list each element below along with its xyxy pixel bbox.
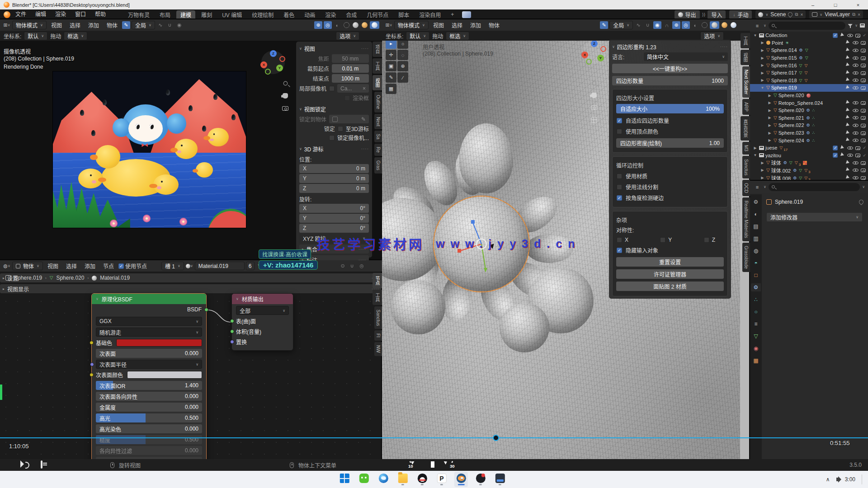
visibility-icon[interactable] xyxy=(853,115,859,121)
distribution-dropdown[interactable]: GGX∨ xyxy=(96,317,202,326)
measure-tool[interactable]: ∕ xyxy=(397,72,408,83)
displacement-socket[interactable] xyxy=(230,340,234,344)
workspace-tab[interactable]: 合成 xyxy=(342,10,361,19)
surface-socket[interactable] xyxy=(230,319,234,323)
proportional-edit-icon[interactable]: ◉ xyxy=(175,21,184,29)
snap-icon[interactable]: ∿ xyxy=(156,21,165,29)
editor-type-icon[interactable]: ⊞∨ xyxy=(385,21,393,29)
disclosure-icon[interactable]: ▶ xyxy=(760,176,765,180)
render-icon[interactable] xyxy=(855,145,861,151)
pin-icon[interactable] xyxy=(787,11,793,18)
input-socket[interactable] xyxy=(90,373,94,377)
outliner-row[interactable]: ▼Collection✓✓ xyxy=(750,32,868,39)
outliner-row[interactable]: ▶▽球体.002⚙▽▽3 xyxy=(750,167,868,174)
specular-slider[interactable]: 高光0.500 xyxy=(96,413,202,422)
specular-tint-slider[interactable]: 高光染色0.000 xyxy=(96,424,202,433)
selectable-icon[interactable] xyxy=(840,33,845,38)
cursor-loc-z[interactable]: Z0 m xyxy=(299,184,369,193)
workspace-tab[interactable]: 动画 xyxy=(300,10,319,19)
cursor-rot-x[interactable]: X0° xyxy=(299,204,369,213)
axis-y-handle[interactable]: Y xyxy=(276,65,283,71)
disclosure-icon[interactable]: ▶ xyxy=(767,101,772,105)
menu-item[interactable]: 文件 xyxy=(11,10,30,19)
qq-icon[interactable] xyxy=(415,472,429,487)
panel-collapse-icon[interactable]: ∨ xyxy=(612,45,615,49)
collapse-icon[interactable]: ∨ xyxy=(96,297,99,301)
outliner-row[interactable]: ▶▽Sphere.021⚙∴ xyxy=(750,114,868,122)
panel-grip-icon[interactable]: ···· xyxy=(720,44,728,49)
anisotropic-slider[interactable]: 各向异性过滤0.000 xyxy=(96,446,202,455)
visibility-icon[interactable] xyxy=(853,85,859,91)
sidebar-tab[interactable]: 项目 xyxy=(373,42,382,57)
sidebar-tab[interactable]: 真实风景 xyxy=(741,116,750,141)
workspace-tab[interactable]: 着色 xyxy=(279,10,298,19)
gizmo-toggle-icon[interactable]: ⊕ xyxy=(672,21,680,29)
sidebar-tab[interactable]: OCD xyxy=(742,180,750,196)
properties-tab-icon[interactable]: ◓ xyxy=(751,259,761,267)
render-region-checkbox[interactable] xyxy=(344,95,350,101)
language-dropdown[interactable]: 简体中文∨ xyxy=(644,52,728,61)
hide-input-checkbox[interactable]: ✓ xyxy=(617,248,622,253)
lock-camera-checkbox[interactable] xyxy=(329,135,335,141)
shading-rendered-icon[interactable] xyxy=(372,22,377,28)
viewlayer-selector[interactable]: ∨ ViewLayer ⧉ × xyxy=(809,10,863,19)
render-icon[interactable] xyxy=(860,70,866,76)
menu-item[interactable]: 渲染 xyxy=(51,10,70,19)
disclosure-icon[interactable]: ▼ xyxy=(753,153,758,157)
axis-y-handle[interactable]: Y xyxy=(597,55,604,61)
exclude-checkbox[interactable]: ✓ xyxy=(833,153,838,158)
subsurface-slider[interactable]: 次表面0.000 xyxy=(96,349,202,358)
workspace-tab[interactable]: 渲染自用 xyxy=(415,10,445,19)
use-normals-checkbox[interactable] xyxy=(617,184,622,190)
outliner-search-input[interactable] xyxy=(769,22,845,30)
outliner-row[interactable]: ▶juese▽17✓✓ xyxy=(750,144,868,152)
shader-editor[interactable]: ◍∨ 物体∨ 视图选择添加节点 ✓ 使用节点 槽 1∨ ∨ Material.0… xyxy=(0,260,382,459)
options-dropdown[interactable]: 选项∨ xyxy=(336,32,359,40)
clock[interactable]: 3:00 xyxy=(845,476,855,483)
material-browse-icon[interactable]: ∨ xyxy=(185,262,193,270)
principled-bsdf-node[interactable]: ∨原理化BSDF BSDF GGX∨ 随机游走∨ 基础色 次表面0.000 次表… xyxy=(91,293,207,459)
menu-item[interactable]: 帮助 xyxy=(91,10,110,19)
panel-title[interactable]: 四边形重构 1.23 xyxy=(617,43,656,51)
panel-collapse-icon[interactable]: ∨ xyxy=(299,47,302,51)
selectable-icon[interactable] xyxy=(845,108,851,113)
shading-wireframe-icon[interactable] xyxy=(702,22,708,28)
shader-menu-item[interactable]: 选择 xyxy=(63,262,80,270)
disclosure-icon[interactable]: ▶ xyxy=(767,94,772,98)
symmetry-x-checkbox[interactable] xyxy=(617,237,622,243)
render-icon[interactable] xyxy=(860,122,866,128)
volume-socket[interactable] xyxy=(230,329,234,333)
clip-start-field[interactable]: 0.01 m xyxy=(332,64,369,73)
render-icon[interactable] xyxy=(860,167,866,173)
render-icon[interactable] xyxy=(860,100,866,106)
selectable-icon[interactable] xyxy=(845,85,851,91)
viewport-menu-item[interactable]: 物体 xyxy=(104,21,121,29)
xray-toggle-icon[interactable]: ◐ xyxy=(691,21,699,29)
grid-toggle-icon[interactable] xyxy=(589,115,599,125)
editor-type-icon[interactable]: ◍∨ xyxy=(3,262,11,270)
sidebar-tab[interactable]: 视图 xyxy=(373,75,382,90)
sidebar-tab[interactable]: Sa xyxy=(374,131,382,142)
falloff-icon[interactable]: ∩ xyxy=(663,21,671,29)
sidebar-tab[interactable]: Grassblade xyxy=(742,243,750,272)
outliner-row-active[interactable]: ▼▽Sphere.019 xyxy=(750,84,868,92)
minimize-button[interactable]: – xyxy=(803,0,823,9)
selectable-icon[interactable] xyxy=(845,137,851,143)
transform-tool[interactable]: ⊕ xyxy=(397,61,408,71)
properties-tab-icon[interactable]: ▥ xyxy=(751,235,761,243)
axis-z-handle[interactable]: Z xyxy=(591,40,598,47)
outliner-row[interactable]: ▶▽Retopo_Sphere.024 xyxy=(750,99,868,107)
node-header[interactable]: ∨材质输出 xyxy=(232,294,293,304)
sidebar-tab[interactable]: ARP xyxy=(742,99,750,115)
file-explorer-icon[interactable] xyxy=(396,472,410,487)
sidebar-tab[interactable]: Outline xyxy=(374,92,382,113)
blender-menu-icon[interactable] xyxy=(4,11,10,18)
render-icon[interactable] xyxy=(860,160,866,166)
delete-viewlayer-icon[interactable]: × xyxy=(858,12,860,17)
outliner-row[interactable]: ▶▽Sphere.020⚙∴ xyxy=(750,107,868,114)
browser-icon[interactable] xyxy=(377,472,390,487)
shader-sidebar-tab[interactable]: FI xyxy=(374,330,382,341)
pan-hand-icon[interactable] xyxy=(280,91,290,101)
exclude-checkbox[interactable]: ✓ xyxy=(833,145,838,150)
editor-type-icon[interactable]: ⊞∨ xyxy=(3,21,11,29)
